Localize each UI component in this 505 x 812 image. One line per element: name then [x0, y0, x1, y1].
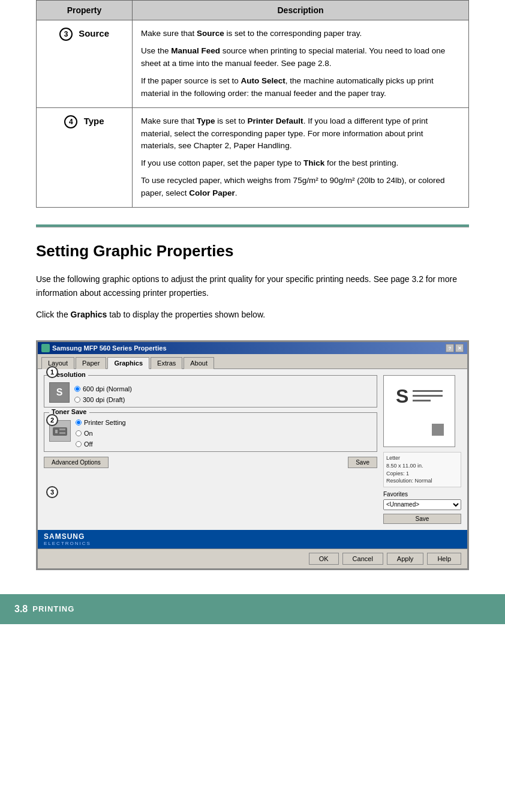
close-button[interactable]: ✕ — [455, 344, 464, 352]
preview-block — [432, 424, 444, 436]
save-adv-button[interactable]: Save — [348, 457, 377, 468]
desc-cell-type: Make sure that Type is set to Printer De… — [133, 107, 469, 208]
svg-rect-2 — [59, 429, 65, 430]
prop-label-type: Type — [84, 116, 104, 126]
dialog-row: Resolution S 600 dpi (Normal) — [44, 375, 461, 523]
col-header-description: Description — [133, 1, 469, 20]
tab-graphics[interactable]: Graphics — [107, 357, 149, 369]
svg-rect-3 — [59, 432, 65, 434]
type-desc-2: If you use cotton paper, set the paper t… — [141, 157, 460, 170]
circle-num-3: 3 — [59, 28, 73, 41]
dialog-tabs: Layout Paper Graphics Extras About — [38, 354, 467, 369]
radio-on-label: On — [84, 430, 93, 437]
favorites-label: Favorites — [383, 491, 461, 498]
title-icon — [41, 344, 50, 352]
page-container: Property Description 3 Source Make sure … — [0, 0, 505, 624]
dialog-right-panel: S Letter 8.50 x 11.00 in. Copies: 1 — [383, 375, 461, 523]
resolution-options: 600 dpi (Normal) 300 dpi (Draft) — [74, 382, 132, 403]
table-row: 3 Source Make sure that Source is set to… — [37, 20, 469, 108]
body-text: Use the following graphic options to adj… — [0, 266, 505, 338]
preview-line-1 — [413, 390, 443, 392]
type-desc-1: Make sure that Type is set to Printer De… — [141, 115, 460, 153]
dialog-footer: OK Cancel Apply Help — [38, 549, 467, 568]
paper-resolution: Resolution: Normal — [386, 477, 458, 485]
page-footer: 3.8 PRINTING — [0, 594, 505, 624]
property-table: Property Description 3 Source Make sure … — [36, 0, 469, 208]
desc-cell-source: Make sure that Source is set to the corr… — [133, 20, 469, 108]
radio-on-input[interactable] — [76, 430, 82, 436]
samsung-text: SAMSUNG — [44, 532, 91, 541]
paper-info: Letter 8.50 x 11.00 in. Copies: 1 Resolu… — [383, 452, 461, 487]
tab-extras[interactable]: Extras — [151, 357, 182, 369]
dialog-titlebar: Samsung MFP 560 Series Properties ? ✕ — [38, 342, 467, 354]
callout-3-wrapper: 3 — [46, 486, 58, 498]
footer-number: 3.8 — [14, 604, 28, 615]
body-para-1: Use the following graphic options to adj… — [36, 272, 469, 299]
ok-button[interactable]: OK — [309, 553, 339, 565]
radio-off: Off — [76, 441, 372, 448]
preview-box: S — [383, 375, 455, 447]
toner-options: Printer Setting On Off — [76, 415, 372, 448]
toner-group-inner: Printer Setting On Off — [49, 415, 372, 448]
section-heading: Setting Graphic Properties — [0, 227, 505, 266]
favorites-select[interactable]: <Unnamed> — [383, 499, 461, 510]
titlebar-controls[interactable]: ? ✕ — [446, 344, 464, 352]
preview-line-3 — [413, 400, 431, 401]
radio-printer-setting: Printer Setting — [76, 419, 372, 426]
radio-off-label: Off — [84, 441, 92, 448]
radio-300dpi-input[interactable] — [74, 397, 80, 403]
radio-600dpi-input[interactable] — [74, 386, 80, 392]
svg-rect-1 — [55, 430, 58, 433]
source-desc-1: Make sure that Source is set to the corr… — [141, 28, 460, 40]
help-footer-button[interactable]: Help — [427, 553, 461, 565]
radio-printer-setting-input[interactable] — [76, 420, 82, 426]
advanced-options-button[interactable]: Advanced Options — [44, 457, 109, 468]
circle-num-4: 4 — [64, 115, 77, 128]
resolution-icon: S — [49, 382, 70, 403]
radio-off-input[interactable] — [76, 441, 82, 447]
radio-printer-setting-label: Printer Setting — [84, 419, 126, 426]
help-button[interactable]: ? — [446, 344, 454, 352]
radio-on: On — [76, 430, 372, 437]
callout-2: 2 — [46, 414, 58, 426]
radio-600dpi-label: 600 dpi (Normal) — [83, 385, 132, 392]
resolution-icon-s: S — [56, 387, 63, 398]
dialog-wrapper: Samsung MFP 560 Series Properties ? ✕ La… — [37, 341, 468, 569]
samsung-bar: SAMSUNG ELECTRONICS — [38, 530, 467, 549]
radio-600dpi: 600 dpi (Normal) — [74, 385, 132, 392]
titlebar-left: Samsung MFP 560 Series Properties — [41, 344, 167, 352]
preview-line-2 — [413, 395, 443, 397]
cancel-button[interactable]: Cancel — [342, 553, 383, 565]
source-desc-2: Use the Manual Feed source when printing… — [141, 45, 460, 70]
graphics-bold: Graphics — [71, 310, 107, 319]
dialog-body: Resolution S 600 dpi (Normal) — [38, 369, 467, 529]
preview-s-letter: S — [396, 385, 408, 408]
callout-1: 1 — [46, 366, 58, 378]
col-header-property: Property — [37, 1, 133, 20]
tab-about[interactable]: About — [184, 357, 214, 369]
dialog-title: Samsung MFP 560 Series Properties — [52, 344, 167, 352]
dialog-left-panel: Resolution S 600 dpi (Normal) — [44, 375, 377, 523]
save-favorites-button[interactable]: Save — [383, 514, 461, 524]
toner-group: Toner Save — [44, 412, 377, 452]
paper-size: Letter — [386, 454, 458, 462]
prop-cell-source: 3 Source — [37, 20, 133, 108]
callout-2-wrapper: 2 — [46, 414, 58, 426]
source-desc-3: If the paper source is set to Auto Selec… — [141, 75, 460, 100]
screenshot-container: Samsung MFP 560 Series Properties ? ✕ La… — [36, 340, 469, 570]
resolution-group: Resolution S 600 dpi (Normal) — [44, 375, 377, 408]
apply-button[interactable]: Apply — [387, 553, 424, 565]
section-title: Setting Graphic Properties — [36, 242, 469, 260]
body-para-2: Click the Graphics tab to display the pr… — [36, 308, 469, 321]
preview-lines — [413, 390, 443, 404]
callout-3: 3 — [46, 486, 58, 498]
radio-300dpi-label: 300 dpi (Draft) — [83, 396, 125, 403]
footer-badge: 3.8 PRINTING — [14, 604, 74, 615]
type-desc-3: To use recycled paper, which weighs from… — [141, 175, 460, 200]
tab-paper[interactable]: Paper — [76, 357, 106, 369]
table-row: 4 Type Make sure that Type is set to Pri… — [37, 107, 469, 208]
samsung-logo-area: SAMSUNG ELECTRONICS — [44, 532, 91, 546]
prop-cell-type: 4 Type — [37, 107, 133, 208]
favorites-row: Favorites <Unnamed> — [383, 491, 461, 510]
adv-btn-row: Advanced Options Save — [44, 457, 377, 468]
